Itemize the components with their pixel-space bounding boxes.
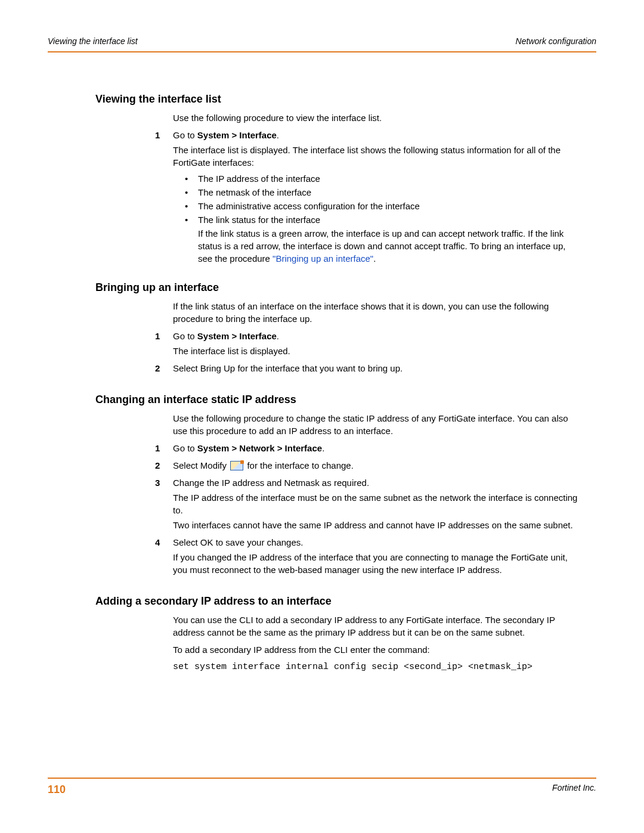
step-text: The IP address of the interface must be … (173, 491, 578, 516)
step-text: Select OK to save your changes. (173, 536, 578, 549)
step: 2 Select Modify for the interface to cha… (155, 459, 578, 474)
page: Viewing the interface list Network confi… (0, 0, 644, 833)
bullet-icon: • (185, 213, 198, 226)
step-number: 1 (155, 330, 173, 360)
step: 1 Go to System > Interface. The interfac… (155, 330, 578, 360)
bullet-text: The IP address of the interface (198, 172, 578, 185)
step-number: 2 (155, 362, 173, 377)
menu-path: System > Interface (197, 130, 277, 140)
section-text: To add a secondary IP address from the C… (173, 643, 578, 656)
vendor-name: Fortinet Inc. (552, 782, 596, 797)
menu-path: System > Interface (197, 331, 277, 341)
section-lead: Use the following procedure to view the … (173, 112, 578, 124)
header-left: Viewing the interface list (48, 36, 138, 48)
step-text: Go to System > Network > Interface. (173, 442, 578, 454)
page-number: 110 (48, 782, 66, 797)
bullet-item: • The IP address of the interface (185, 172, 578, 185)
step-number: 1 (155, 129, 173, 171)
step-number: 1 (155, 442, 173, 457)
section-title-bringing-up: Bringing up an interface (95, 280, 578, 295)
step-text: Go to System > Interface. (173, 330, 578, 342)
section-title-changing-ip: Changing an interface static IP address (95, 392, 578, 407)
bullet-item: • The administrative access configuratio… (185, 200, 578, 212)
running-header: Viewing the interface list Network confi… (48, 36, 596, 50)
bullet-item: • The netmask of the interface (185, 186, 578, 199)
bullet-text: The netmask of the interface (198, 186, 578, 199)
step-text: If you changed the IP address of the int… (173, 551, 578, 576)
cli-command: set system interface internal config sec… (173, 661, 578, 673)
modify-icon (230, 461, 243, 470)
step: 1 Go to System > Interface. The interfac… (155, 129, 578, 171)
step-body: Select Modify for the interface to chang… (173, 459, 578, 474)
step-text: The interface list is displayed. The int… (173, 144, 578, 169)
step-text: Change the IP address and Netmask as req… (173, 476, 578, 489)
step-text: Select Modify for the interface to chang… (173, 459, 578, 472)
bullet-list: • The IP address of the interface • The … (185, 172, 578, 226)
bullet-item: • The link status for the interface (185, 213, 578, 226)
step-number: 3 (155, 476, 173, 534)
step-body: Go to System > Interface. The interface … (173, 330, 578, 360)
cross-reference-link[interactable]: "Bringing up an interface" (273, 253, 373, 264)
section-title-secondary-ip: Adding a secondary IP address to an inte… (95, 594, 578, 609)
step: 1 Go to System > Network > Interface. (155, 442, 578, 457)
step-body: Select Bring Up for the interface that y… (173, 362, 578, 377)
step-body: Go to System > Interface. The interface … (173, 129, 578, 171)
step-body: Select OK to save your changes. If you c… (173, 536, 578, 578)
bullet-subtext: If the link status is a green arrow, the… (198, 227, 578, 265)
step-body: Go to System > Network > Interface. (173, 442, 578, 457)
step-text: The interface list is displayed. (173, 345, 578, 357)
bullet-icon: • (185, 172, 198, 185)
page-footer: 110 Fortinet Inc. (48, 778, 596, 797)
section-title-viewing: Viewing the interface list (95, 92, 578, 107)
bullet-icon: • (185, 200, 198, 212)
step-number: 2 (155, 459, 173, 474)
section-lead: Use the following procedure to change th… (173, 412, 578, 437)
bullet-icon: • (185, 186, 198, 199)
section-lead: If the link status of an interface on th… (173, 300, 578, 325)
step-number: 4 (155, 536, 173, 578)
section-text: You can use the CLI to add a secondary I… (173, 614, 578, 639)
step: 4 Select OK to save your changes. If you… (155, 536, 578, 578)
step: 3 Change the IP address and Netmask as r… (155, 476, 578, 534)
step-text: Two interfaces cannot have the same IP a… (173, 519, 578, 531)
bullet-text: The link status for the interface (198, 213, 578, 226)
bullet-text: The administrative access configuration … (198, 200, 578, 212)
step-body: Change the IP address and Netmask as req… (173, 476, 578, 534)
body-content: Viewing the interface list Use the follo… (48, 52, 596, 674)
menu-path: System > Network > Interface (197, 443, 322, 453)
step-text: Select Bring Up for the interface that y… (173, 362, 578, 374)
step: 2 Select Bring Up for the interface that… (155, 362, 578, 377)
header-right: Network configuration (516, 36, 596, 48)
step-text: Go to System > Interface. (173, 129, 578, 141)
